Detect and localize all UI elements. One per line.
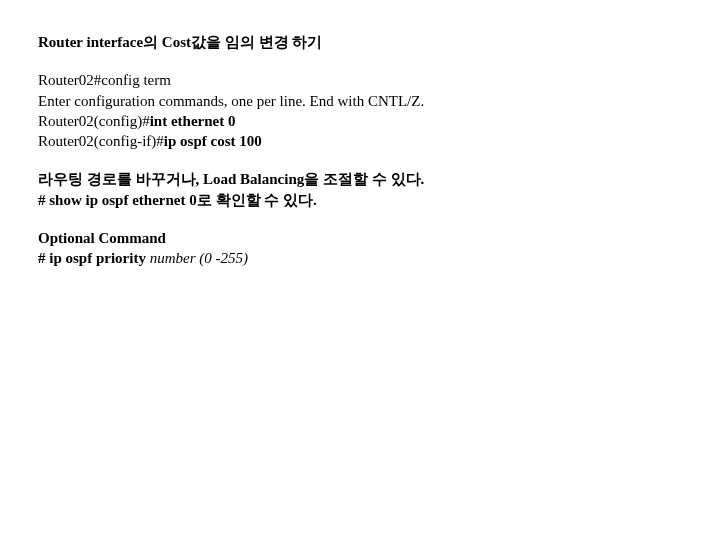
optional-heading: Optional Command [38,228,682,248]
note-line-1: 라우팅 경로를 바꾸거나, Load Balancing을 조절할 수 있다. [38,169,682,189]
config-line-1: Router02#config term [38,70,682,90]
config-line-3-cmd: int ethernet 0 [150,113,236,129]
config-line-2: Enter configuration commands, one per li… [38,91,682,111]
config-line-4-prefix: Router02(config-if)# [38,133,164,149]
config-line-4: Router02(config-if)#ip ospf cost 100 [38,131,682,151]
optional-cmd-prefix: # ip ospf priority [38,250,150,266]
config-line-4-cmd: ip ospf cost 100 [164,133,262,149]
optional-cmd-arg: number (0 -255) [150,250,248,266]
config-line-3-prefix: Router02(config)# [38,113,150,129]
section-title: Router interface의 Cost값을 임의 변경 하기 [38,32,682,52]
config-line-3: Router02(config)#int ethernet 0 [38,111,682,131]
note-line-2: # show ip ospf ethernet 0로 확인할 수 있다. [38,190,682,210]
optional-command: # ip ospf priority number (0 -255) [38,248,682,268]
note-block: 라우팅 경로를 바꾸거나, Load Balancing을 조절할 수 있다. … [38,169,682,210]
config-block: Router02#config term Enter configuration… [38,70,682,151]
optional-block: Optional Command # ip ospf priority numb… [38,228,682,269]
